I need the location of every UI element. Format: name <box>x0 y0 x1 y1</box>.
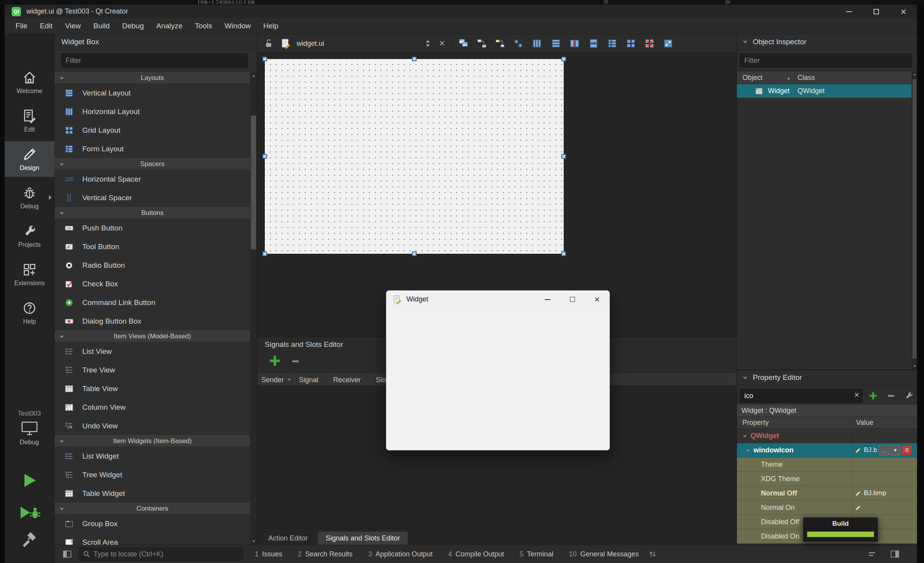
close-document-button[interactable]: × <box>439 34 445 52</box>
debug-run-button[interactable] <box>5 504 54 521</box>
toggle-left-sidebar-icon[interactable] <box>62 549 72 559</box>
mode-welcome[interactable]: Welcome <box>5 64 54 100</box>
close-button[interactable]: × <box>890 5 917 18</box>
resize-handle-bottom-right[interactable] <box>561 251 566 256</box>
column-value[interactable]: Value <box>856 417 874 429</box>
mode-edit[interactable]: Edit <box>5 103 54 139</box>
menu-window[interactable]: Window <box>218 18 257 34</box>
toolbar-button-layout-grid[interactable] <box>624 37 637 50</box>
property-filter-input[interactable] <box>740 389 862 403</box>
resize-handle-middle-right[interactable] <box>561 154 566 159</box>
widgetbox-category-containers[interactable]: Containers <box>54 503 250 514</box>
browse-button[interactable]: … <box>879 445 889 455</box>
widgetbox-item-tool-button[interactable]: Tool Button <box>54 237 250 256</box>
preview-close-button[interactable]: × <box>585 291 610 308</box>
tab-signals-and-slots-editor[interactable]: Signals and Slots Editor <box>318 532 408 545</box>
property-row-theme[interactable]: Theme <box>737 457 917 472</box>
resize-handle-bottom-left[interactable] <box>262 251 267 256</box>
resize-handle-top-left[interactable] <box>262 57 267 61</box>
widgetbox-item-table-view[interactable]: Table View <box>54 379 250 398</box>
dropdown-button[interactable]: ▾ <box>890 445 900 455</box>
mode-help[interactable]: Help <box>5 295 54 331</box>
mode-design[interactable]: Design <box>5 141 54 177</box>
mode-extensions[interactable]: Extensions <box>5 256 54 292</box>
column-property[interactable]: Property <box>742 417 769 429</box>
mode-debug[interactable]: Debug <box>5 180 54 215</box>
lock-open-icon[interactable] <box>264 38 274 49</box>
toolbar-button-edit-widgets[interactable] <box>457 37 470 50</box>
connections-column-receiver[interactable]: Receiver <box>329 374 372 385</box>
column-class[interactable]: Class <box>797 71 815 84</box>
run-button[interactable] <box>5 471 54 490</box>
widgetbox-item-radio-button[interactable]: Radio Button <box>54 256 250 275</box>
build-button[interactable] <box>5 530 54 547</box>
widgetbox-item-horizontal-layout[interactable]: Horizontal Layout <box>54 102 250 121</box>
object-row-widget[interactable]: WidgetQWidget <box>737 84 912 98</box>
locator-input[interactable] <box>94 550 243 558</box>
widget-box-filter-input[interactable] <box>61 54 248 68</box>
widgetbox-item-form-layout[interactable]: Form Layout <box>54 140 250 158</box>
toolbar-button-layout-form[interactable] <box>606 37 619 50</box>
widgetbox-category-item-views-model-based[interactable]: Item Views (Model-Based) <box>54 331 250 342</box>
object-inspector-header[interactable]: Object Inspector <box>737 34 917 50</box>
property-row-normal-off[interactable]: Normal OffBJ.bmp <box>737 486 917 501</box>
object-inspector-filter-input[interactable] <box>740 54 912 68</box>
output-pane-compile-output[interactable]: 4Compile Output <box>440 550 512 558</box>
resize-handle-middle-left[interactable] <box>262 154 267 159</box>
scrollbar-thumb[interactable] <box>251 116 256 249</box>
toolbar-button-layout-horizontal-splitter[interactable] <box>568 37 581 50</box>
widget-box-scrollbar[interactable] <box>250 72 257 545</box>
widgetbox-item-tree-view[interactable]: Tree View <box>54 361 250 379</box>
widgetbox-item-undo-view[interactable]: Undo View <box>54 417 250 435</box>
widgetbox-item-dialog-button-box[interactable]: Dialog Button Box <box>54 312 250 331</box>
toolbar-button-layout-vertical-splitter[interactable] <box>587 37 600 50</box>
pencil-icon[interactable] <box>855 489 862 497</box>
pencil-icon[interactable] <box>855 504 862 511</box>
widgetbox-item-push-button[interactable]: OKPush Button <box>54 219 250 237</box>
widgetbox-item-horizontal-spacer[interactable]: Horizontal Spacer <box>54 170 250 189</box>
widgetbox-item-vertical-spacer[interactable]: Vertical Spacer <box>54 189 250 207</box>
preview-minimize-button[interactable] <box>535 291 560 308</box>
remove-connection-button[interactable] <box>291 357 302 366</box>
chevron-down-icon[interactable] <box>742 433 747 438</box>
reset-button[interactable] <box>902 445 912 455</box>
widgetbox-category-spacers[interactable]: Spacers <box>54 158 250 170</box>
widgetbox-category-layouts[interactable]: Layouts <box>54 72 250 84</box>
menu-debug[interactable]: Debug <box>116 18 150 34</box>
toolbar-button-edit-signals-slots[interactable] <box>475 37 488 50</box>
maximize-button[interactable] <box>863 5 890 18</box>
toolbar-button-layout-horizontally[interactable] <box>530 37 544 50</box>
scroll-up-arrow[interactable] <box>250 72 257 79</box>
add-dynamic-property-button[interactable] <box>866 389 880 403</box>
output-pane-search-results[interactable]: 2Search Results <box>290 550 360 558</box>
connections-column-signal[interactable]: Signal <box>295 374 329 385</box>
output-pane-general-messages[interactable]: 10General Messages <box>561 550 646 558</box>
column-object[interactable]: Object <box>742 71 762 84</box>
widgetbox-category-item-widgets-item-based[interactable]: Item Widgets (Item-Based) <box>54 435 250 447</box>
menu-help[interactable]: Help <box>257 18 285 34</box>
property-row-windowicon[interactable]: windowIconBJ.b…▾ <box>737 443 917 457</box>
menu-view[interactable]: View <box>59 18 87 34</box>
kit-selector-button[interactable]: Debug <box>5 420 54 446</box>
menu-file[interactable]: File <box>9 18 34 34</box>
toolbar-button-edit-buddies[interactable] <box>493 37 507 50</box>
build-progress-icon[interactable] <box>867 549 877 559</box>
menu-edit[interactable]: Edit <box>34 18 59 34</box>
preview-titlebar[interactable]: Widget × <box>386 291 610 308</box>
widgetbox-item-command-link-button[interactable]: Command Link Button <box>54 293 250 312</box>
property-row-xdg-theme[interactable]: XDG Theme <box>737 472 917 486</box>
output-pane-arrows-icon[interactable] <box>648 549 657 559</box>
object-inspector-scrollbar[interactable] <box>912 71 917 369</box>
resize-handle-bottom-center[interactable] <box>412 251 417 256</box>
widgetbox-item-grid-layout[interactable]: Grid Layout <box>54 121 250 140</box>
widgetbox-item-tree-widget[interactable]: Tree Widget <box>54 466 250 484</box>
preview-window[interactable]: Widget × <box>386 290 610 450</box>
chevron-down-icon[interactable] <box>745 448 750 453</box>
form-canvas[interactable] <box>265 59 564 254</box>
configure-button[interactable] <box>902 389 916 403</box>
remove-dynamic-property-button[interactable] <box>884 389 898 403</box>
widgetbox-item-list-view[interactable]: List View <box>54 342 250 361</box>
resize-handle-top-right[interactable] <box>561 57 566 61</box>
output-pane-application-output[interactable]: 3Application Output <box>360 550 440 558</box>
connections-column-sender[interactable]: Sender <box>257 374 295 385</box>
